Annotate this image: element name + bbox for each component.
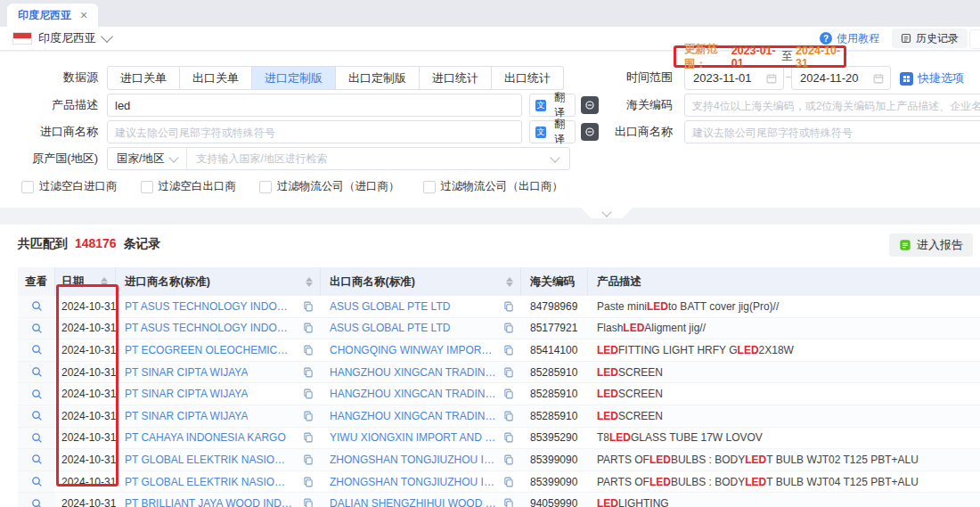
date-end-field[interactable]	[791, 66, 891, 90]
copy-icon[interactable]	[503, 301, 514, 312]
origin-country-field[interactable]: 国家/地区 支持输入国家/地区进行检索	[107, 147, 570, 170]
exporter-link[interactable]: HANGZHOU XINGCAN TRADING CO LTD	[330, 410, 497, 422]
data-source-option-2[interactable]: 进口定制版	[252, 66, 336, 90]
history-icon	[901, 33, 911, 44]
copy-icon[interactable]	[303, 477, 314, 487]
exporter-link[interactable]: ASUS GLOBAL PTE LTD	[330, 322, 450, 334]
copy-icon[interactable]	[503, 477, 514, 487]
report-icon	[899, 239, 911, 251]
importer-link[interactable]: PT SINAR CIPTA WIJAYA	[125, 366, 248, 379]
view-button[interactable]	[18, 296, 55, 317]
date-start-input[interactable]	[685, 71, 766, 85]
sort-icon[interactable]	[306, 277, 313, 287]
view-button[interactable]	[18, 383, 55, 405]
col-header-importer[interactable]: 进口商名称(标准)	[116, 267, 321, 296]
view-button[interactable]	[18, 339, 55, 361]
product-desc-input[interactable]	[107, 94, 522, 117]
copy-icon[interactable]	[303, 301, 314, 312]
copy-icon[interactable]	[503, 411, 514, 421]
data-source-option-0[interactable]: 进口关单	[107, 66, 180, 90]
checkbox-icon[interactable]	[423, 181, 436, 193]
checkbox-icon[interactable]	[21, 181, 34, 193]
copy-icon[interactable]	[503, 367, 514, 378]
copy-icon[interactable]	[303, 498, 314, 507]
importer-link[interactable]: PT CAHAYA INDONESIA KARGO	[125, 431, 286, 444]
importer-link[interactable]: PT BRILLIANT JAYA WOOD INDUSTRY	[125, 497, 292, 507]
copy-icon[interactable]	[303, 323, 314, 333]
data-source-option-3[interactable]: 出口定制版	[336, 66, 420, 90]
origin-country-select[interactable]: 国家/地区	[108, 148, 187, 169]
importer-link[interactable]: PT ASUS TECHNOLOGY INDONESIA BA...	[125, 300, 292, 313]
date-end-input[interactable]	[792, 71, 873, 85]
copy-icon[interactable]	[503, 454, 514, 465]
view-button[interactable]	[18, 405, 55, 427]
close-icon[interactable]: ×	[80, 9, 87, 21]
chevron-down-icon[interactable]	[101, 30, 113, 43]
exporter-link[interactable]: DALIAN SHENGZHIHUI WOOD INDUST...	[330, 497, 497, 507]
importer-label: 进口商名称	[0, 120, 98, 143]
checkbox-icon[interactable]	[259, 181, 272, 193]
results-panel: 共匹配到 148176 条记录 进入报告 查看 日期 进口商名称(标准) 出口商…	[0, 225, 980, 507]
exporter-link[interactable]: ASUS GLOBAL PTE LTD	[330, 300, 450, 313]
row-date: 2024-10-31	[55, 339, 116, 361]
view-button[interactable]	[18, 471, 55, 493]
copy-icon[interactable]	[503, 345, 514, 356]
copy-icon[interactable]	[303, 454, 314, 465]
exporter-link[interactable]: HANGZHOU XINGCAN TRADING CO LTD	[330, 388, 497, 400]
copy-icon[interactable]	[303, 345, 314, 356]
view-button[interactable]	[18, 493, 55, 507]
filter-checkbox-1[interactable]: 过滤空白出口商	[141, 179, 237, 194]
history-button[interactable]: 历史记录	[892, 29, 968, 48]
table-row: 2024-10-31PT ASUS TECHNOLOGY INDONESIA B…	[18, 318, 980, 340]
data-source-option-4[interactable]: 进口统计	[420, 66, 492, 90]
exporter-link[interactable]: ZHONGSHAN TONGJIUZHOU INTERNA...	[330, 454, 497, 466]
importer-input[interactable]	[107, 120, 522, 143]
date-start-field[interactable]	[684, 66, 784, 90]
copy-icon[interactable]	[503, 498, 514, 507]
exporter-link[interactable]: HANGZHOU XINGCAN TRADING CO LTD	[330, 366, 497, 379]
translate-button-importer[interactable]: 文 翻译	[529, 120, 576, 143]
copy-icon[interactable]	[303, 411, 314, 421]
tutorial-link[interactable]: ? 使用教程	[820, 31, 879, 46]
view-button[interactable]	[18, 428, 55, 449]
country-selector[interactable]: 印度尼西亚	[38, 30, 96, 46]
enter-report-button[interactable]: 进入报告	[889, 233, 973, 257]
collapse-form-handle[interactable]	[581, 208, 633, 218]
hs-code-input[interactable]	[684, 94, 980, 117]
col-header-date[interactable]: 日期	[55, 267, 116, 296]
copy-icon[interactable]	[503, 323, 514, 333]
copy-icon[interactable]	[303, 367, 314, 378]
importer-link[interactable]: PT GLOBAL ELEKTRIK NASIONAL	[125, 454, 292, 466]
table-row: 2024-10-31PT SINAR CIPTA WIJAYAHANGZHOU …	[18, 405, 980, 428]
quick-options-button[interactable]: 快捷选项	[900, 70, 964, 86]
filter-checkbox-0[interactable]: 过滤空白进口商	[21, 179, 118, 194]
copy-icon[interactable]	[503, 388, 514, 399]
data-source-option-5[interactable]: 出口统计	[492, 66, 564, 90]
exporter-link[interactable]: CHONGQING WINWAY IMPORT AND E...	[330, 344, 497, 356]
sort-icon[interactable]	[101, 277, 108, 287]
view-button[interactable]	[18, 362, 55, 383]
filter-checkbox-3[interactable]: 过滤物流公司（出口商）	[423, 179, 564, 194]
importer-link[interactable]: PT ASUS TECHNOLOGY INDONESIA BA...	[125, 322, 292, 334]
translate-button-product[interactable]: 文 翻译	[529, 94, 576, 117]
copy-icon[interactable]	[303, 388, 314, 399]
sort-icon[interactable]	[506, 277, 513, 287]
view-button[interactable]	[18, 318, 55, 339]
favorite-star-button[interactable]: ★	[969, 29, 980, 49]
checkbox-icon[interactable]	[141, 181, 153, 193]
col-header-exporter[interactable]: 出口商名称(标准)	[321, 267, 521, 296]
exporter-input[interactable]	[684, 120, 980, 143]
importer-link[interactable]: PT SINAR CIPTA WIJAYA	[125, 410, 248, 422]
importer-link[interactable]: PT ECOGREEN OLEOCHEMICALS	[125, 344, 292, 356]
exporter-link[interactable]: YIWU XIONGXIN IMPORT AND EXPORT...	[330, 431, 497, 444]
copy-icon[interactable]	[303, 432, 314, 443]
view-button[interactable]	[18, 449, 55, 470]
exporter-cell: ASUS GLOBAL PTE LTD	[321, 318, 521, 339]
importer-link[interactable]: PT SINAR CIPTA WIJAYA	[125, 388, 248, 400]
exporter-link[interactable]: ZHONGSHAN TONGJIUZHOU INTERNA...	[330, 476, 497, 488]
importer-link[interactable]: PT GLOBAL ELEKTRIK NASIONAL	[125, 476, 292, 488]
data-source-option-1[interactable]: 出口关单	[180, 66, 252, 90]
copy-icon[interactable]	[503, 432, 514, 443]
tab-indonesia[interactable]: 印度尼西亚 ×	[7, 4, 98, 27]
filter-checkbox-2[interactable]: 过滤物流公司（进口商）	[259, 179, 400, 194]
